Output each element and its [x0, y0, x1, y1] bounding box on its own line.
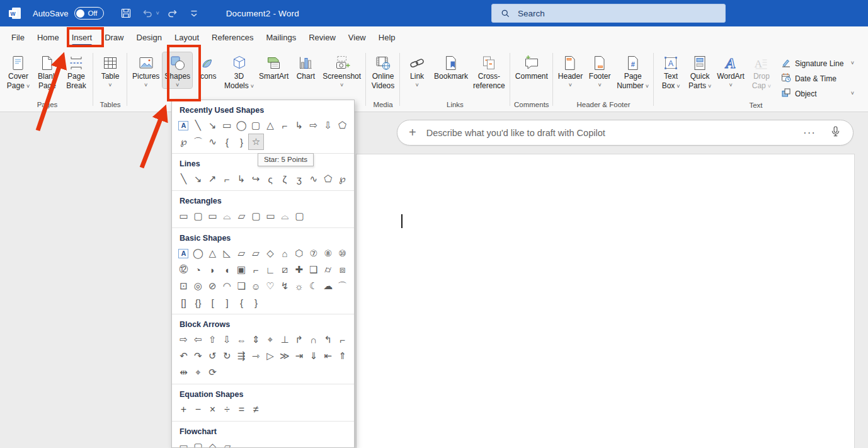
ribbon-button-cross-reference[interactable]: Cross-reference [471, 52, 507, 90]
shape-arrow-bent-up[interactable]: ↰ [321, 332, 335, 347]
shape-arrow-pentagon[interactable]: ▷ [263, 348, 278, 364]
search-box[interactable]: Search [491, 4, 726, 23]
shape-oval[interactable]: ◯ [234, 118, 249, 133]
shape-elbow-arrow-connector[interactable]: ↳ [292, 118, 306, 133]
undo-chevron-icon[interactable]: ˅ [156, 10, 159, 16]
tab-draw[interactable]: Draw [98, 26, 130, 49]
shape-arrow-curved-left[interactable]: ↷ [191, 348, 205, 364]
shape-plaque[interactable]: ❑ [306, 262, 321, 277]
tab-review[interactable]: Review [302, 26, 342, 49]
shape-heart[interactable]: ♡ [263, 279, 278, 294]
shape-right-brace[interactable]: } [249, 295, 263, 310]
ribbon-button-cover-page[interactable]: CoverPage˅ [4, 52, 32, 90]
shape-flowchart-process[interactable]: ▭ [176, 439, 191, 448]
tab-file[interactable]: File [5, 26, 31, 49]
shape-math-plus[interactable]: + [176, 402, 191, 417]
shape-oval[interactable]: ◯ [191, 246, 205, 261]
shape-math-equal[interactable]: = [234, 402, 249, 417]
shape-arrow-u-turn[interactable]: ∩ [306, 332, 321, 347]
shape-arrow-circular[interactable]: ⟳ [205, 365, 220, 380]
shape-arrow-bent[interactable]: ↱ [292, 332, 306, 347]
shape-arrow-down[interactable]: ⇩ [321, 118, 335, 133]
shape-trapezoid[interactable]: ▱ [249, 246, 263, 261]
shape-parallelogram[interactable]: ▱ [234, 246, 249, 261]
shape-half-frame[interactable]: ⌐ [249, 262, 263, 277]
shape-callout-arrow-left-right[interactable]: ⇹ [176, 365, 191, 380]
shape-arrow-right[interactable]: ⇨ [306, 118, 321, 133]
shape-snip-single-corner-rectangle[interactable]: ▭ [205, 209, 220, 224]
ribbon-button-shapes[interactable]: Shapes˅ [163, 52, 192, 88]
copilot-prompt-bar[interactable]: + Describe what you'd like to draft with… [397, 120, 854, 146]
shape-snip-same-side-corner-rectangle[interactable]: ⌓ [220, 209, 234, 224]
shape-arrow-up-down[interactable]: ⇕ [249, 332, 263, 347]
shape-heptagon[interactable]: ⑦ [306, 246, 321, 261]
shape-callout-arrow-quad[interactable]: ⌖ [191, 365, 205, 380]
shape-rectangle[interactable]: ▭ [176, 209, 191, 224]
shape-no-symbol[interactable]: ⊘ [205, 279, 220, 294]
shape-text-box[interactable]: A [176, 246, 191, 261]
tab-view[interactable]: View [342, 26, 372, 49]
shape-can[interactable]: ⌭ [321, 262, 335, 277]
shape-right-brace[interactable]: } [234, 134, 249, 149]
ribbon-button-object[interactable]: Object˅ [781, 88, 854, 100]
shape-l-shape[interactable]: ∟ [263, 262, 278, 277]
shape-flowchart-decision[interactable]: ◇ [205, 439, 220, 448]
shape-callout-arrow-right[interactable]: ⇥ [292, 348, 306, 364]
save-icon[interactable] [120, 8, 132, 19]
shape-double-bracket[interactable]: [] [176, 295, 191, 310]
microphone-icon[interactable] [830, 125, 842, 140]
shape-arrow-quad[interactable]: ⌖ [263, 332, 278, 347]
shape-line-arrow[interactable]: ↘ [191, 171, 205, 187]
shape-frame[interactable]: ▣ [234, 262, 249, 277]
shape-curve[interactable]: ∿ [205, 134, 220, 149]
shape-line-arrow[interactable]: ↘ [205, 118, 220, 133]
shape-line[interactable]: ╲ [176, 171, 191, 187]
shape-round-same-side-corner-rectangle[interactable]: ⌓ [278, 209, 292, 224]
shape-arrow-curved-up[interactable]: ↺ [205, 348, 220, 364]
plus-icon[interactable]: + [409, 125, 416, 140]
redo-icon[interactable] [167, 8, 178, 19]
shape-isosceles-triangle[interactable]: △ [205, 246, 220, 261]
ribbon-button-header[interactable]: Header˅ [556, 52, 585, 88]
shape-curved-double-arrow-connector[interactable]: ʒ [292, 171, 306, 187]
ribbon-button-icons[interactable]: Icons [193, 52, 221, 81]
shape-cross[interactable]: ✚ [292, 262, 306, 277]
shape-left-brace[interactable]: { [234, 295, 249, 310]
shape-isosceles-triangle[interactable]: △ [263, 118, 278, 133]
shape-right-triangle[interactable]: ◺ [220, 246, 234, 261]
ribbon-button-online-videos[interactable]: OnlineVideos [369, 52, 397, 90]
ribbon-button-blank-page[interactable]: BlankPage [33, 52, 61, 90]
shape-folded-corner[interactable]: ❏ [234, 279, 249, 294]
shape-cloud[interactable]: ☁ [321, 279, 335, 294]
autosave-toggle[interactable]: Off [74, 7, 104, 20]
shape-curved-arrow-connector[interactable]: ζ [277, 171, 292, 187]
shape-round-single-corner-rectangle[interactable]: ▭ [263, 209, 278, 224]
ribbon-button-screenshot[interactable]: Screenshot˅ [321, 52, 363, 88]
shape-lightning-bolt[interactable]: ↯ [277, 279, 292, 294]
shape-left-bracket[interactable]: [ [205, 295, 220, 310]
ribbon-button-table[interactable]: Table˅ [96, 52, 124, 88]
shape-math-minus[interactable]: − [191, 402, 205, 417]
shape-diagonal-stripe[interactable]: ⧄ [277, 262, 292, 277]
shape-scribble[interactable]: ℘ [335, 171, 350, 187]
ribbon-button-smartart[interactable]: SmartArt [257, 52, 290, 81]
customize-quick-access-icon[interactable] [188, 8, 200, 19]
shape-diamond[interactable]: ◇ [263, 246, 278, 261]
tab-layout[interactable]: Layout [168, 26, 205, 49]
ribbon-button-chart[interactable]: Chart [292, 52, 319, 81]
undo-icon[interactable] [142, 8, 153, 19]
shape-donut[interactable]: ◎ [191, 279, 205, 294]
shape-left-brace[interactable]: { [220, 134, 234, 149]
shape-arrow-left-right[interactable]: ⇔ [234, 332, 249, 347]
shape-teardrop[interactable]: ◖ [220, 262, 234, 277]
shape-elbow-connector[interactable]: ⌐ [220, 171, 234, 187]
shape-octagon[interactable]: ⑧ [321, 246, 335, 261]
shape-decagon[interactable]: ⑩ [335, 246, 350, 261]
shape-curve[interactable]: ∿ [306, 171, 321, 187]
shape-right-bracket[interactable]: ] [220, 295, 234, 310]
shape-math-division[interactable]: ÷ [220, 402, 234, 417]
shape-arrow-curved-down[interactable]: ↻ [220, 348, 234, 364]
tab-help[interactable]: Help [372, 26, 402, 49]
shape-elbow-connector[interactable]: ⌐ [277, 118, 292, 133]
shape-star-5-points[interactable]: ☆ [249, 134, 263, 149]
